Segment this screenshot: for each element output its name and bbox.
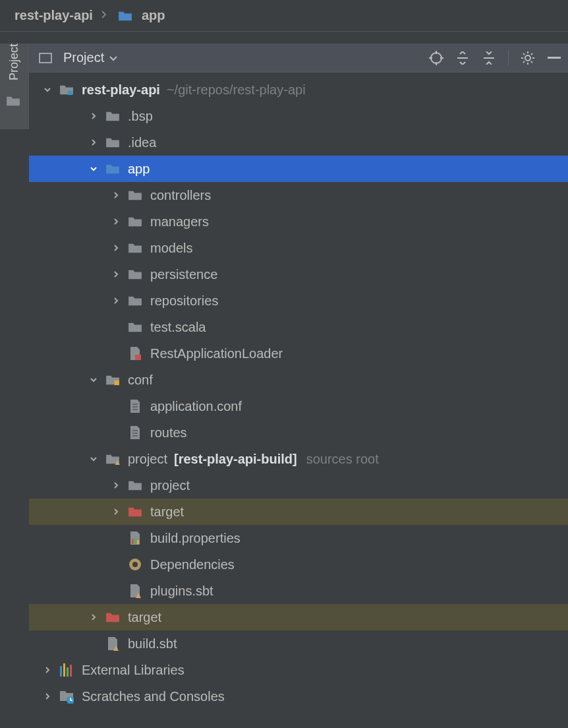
tree-folder-project[interactable]: project [rest-play-api-build] sources ro…	[29, 446, 568, 472]
chevron-right-icon[interactable]	[109, 191, 123, 199]
chevron-down-icon[interactable]	[41, 86, 54, 94]
tree-folder-idea[interactable]: .idea	[29, 129, 568, 156]
tree-file-dependencies[interactable]: · Dependencies	[29, 551, 568, 578]
tree-file-test-scala[interactable]: · test.scala	[29, 314, 568, 340]
tree-folder-app[interactable]: app	[29, 156, 568, 182]
tree-folder-repositories[interactable]: repositories	[29, 288, 568, 314]
svg-rect-18	[135, 355, 141, 360]
tree-item-label: project	[128, 452, 167, 467]
chevron-right-icon[interactable]	[87, 138, 100, 146]
chevron-right-icon[interactable]	[87, 112, 100, 120]
folder-icon[interactable]	[5, 94, 22, 108]
scratches-icon	[58, 689, 75, 704]
tree-folder-project-inner[interactable]: project	[29, 472, 568, 499]
folder-icon	[117, 9, 134, 23]
chevron-right-icon[interactable]	[109, 218, 123, 226]
svg-point-0	[431, 53, 441, 63]
svg-rect-19	[115, 380, 119, 385]
sbt-file-icon	[104, 636, 121, 651]
svg-rect-17	[68, 91, 72, 95]
properties-file-icon	[127, 531, 144, 545]
sbt-folder-icon	[104, 452, 121, 466]
tree-file-rest-loader[interactable]: · RestApplicationLoader	[29, 340, 568, 367]
locate-icon[interactable]	[429, 51, 443, 65]
tree-root-path: ~/git-repos/rest-play-api	[167, 82, 306, 98]
chevron-right-icon[interactable]	[109, 481, 123, 489]
svg-line-15	[531, 53, 532, 55]
folder-icon	[127, 188, 144, 202]
svg-point-31	[132, 562, 138, 567]
object-icon	[127, 557, 144, 572]
tree-item-label: External Libraries	[82, 663, 185, 678]
chevron-right-icon[interactable]	[109, 244, 123, 252]
expand-all-icon[interactable]	[455, 51, 470, 65]
chevron-right-icon[interactable]	[41, 666, 54, 674]
tree-folder-managers[interactable]: managers	[29, 208, 568, 235]
panel-header: Project	[29, 44, 568, 73]
tree-folder-bsp[interactable]: .bsp	[29, 103, 568, 129]
chevron-down-icon[interactable]	[87, 165, 100, 173]
panel-title: Project	[63, 50, 104, 65]
svg-rect-27	[132, 539, 134, 544]
tree-folder-project-target[interactable]: target	[29, 499, 568, 525]
file-icon	[127, 425, 144, 440]
tree-file-build-properties[interactable]: · build.properties	[29, 525, 568, 551]
tree-folder-target[interactable]: target	[29, 604, 568, 630]
folder-icon	[127, 478, 144, 493]
tree-file-plugins-sbt[interactable]: · plugins.sbt	[29, 578, 568, 604]
folder-icon	[104, 109, 121, 123]
tree-item-label: .idea	[128, 135, 156, 150]
tree-item-label: RestApplicationLoader	[150, 346, 283, 361]
tree-folder-conf[interactable]: conf	[29, 367, 568, 393]
chevron-right-icon[interactable]	[109, 270, 123, 278]
tree-item-hint: sources root	[306, 452, 379, 467]
libraries-icon	[58, 663, 75, 677]
chevron-down-icon[interactable]	[87, 376, 100, 384]
tree-file-routes[interactable]: · routes	[29, 419, 568, 446]
tree-item-label: project	[150, 478, 190, 493]
collapse-all-icon[interactable]	[482, 51, 496, 65]
folder-icon	[104, 135, 121, 150]
view-selector[interactable]: Project	[36, 50, 117, 65]
file-icon	[127, 399, 144, 413]
project-tool-tab[interactable]: Project	[7, 44, 21, 88]
tree-file-build-sbt[interactable]: · build.sbt	[29, 630, 568, 657]
minimize-icon[interactable]	[547, 51, 561, 65]
tree-folder-persistence[interactable]: persistence	[29, 261, 568, 288]
tree-item-label: build.properties	[150, 531, 241, 546]
breadcrumb-root[interactable]: rest-play-api	[14, 8, 93, 23]
gear-icon[interactable]	[521, 51, 535, 65]
tree-root[interactable]: rest-play-api ~/git-repos/rest-play-api	[29, 76, 568, 103]
svg-rect-16	[548, 57, 561, 59]
chevron-down-icon[interactable]	[87, 455, 100, 463]
chevron-right-icon[interactable]	[109, 508, 123, 516]
module-folder-icon	[58, 82, 75, 97]
panel-toolbar	[429, 50, 561, 66]
excluded-folder-icon	[127, 504, 144, 519]
tree-item-label: routes	[150, 425, 187, 440]
svg-rect-34	[60, 666, 62, 677]
project-panel: Project	[29, 44, 568, 728]
svg-point-7	[525, 55, 530, 61]
excluded-folder-icon	[104, 610, 121, 624]
tree-item-label: target	[150, 504, 184, 520]
breadcrumb-current[interactable]: app	[115, 8, 165, 23]
chevron-right-icon[interactable]	[109, 297, 123, 305]
tree-folder-controllers[interactable]: controllers	[29, 182, 568, 208]
svg-rect-29	[137, 540, 139, 544]
chevron-down-icon	[109, 53, 117, 63]
tree-scratches[interactable]: Scratches and Consoles	[29, 683, 568, 710]
svg-rect-35	[63, 663, 65, 677]
tree-folder-models[interactable]: models	[29, 235, 568, 261]
tree-item-label: build.sbt	[128, 636, 177, 652]
chevron-right-icon[interactable]	[87, 613, 100, 621]
tree-item-label: Dependencies	[150, 557, 235, 572]
tree-file-application-conf[interactable]: · application.conf	[29, 393, 568, 419]
folder-icon	[127, 320, 144, 334]
svg-line-12	[523, 53, 525, 55]
tree-external-libraries[interactable]: External Libraries	[29, 657, 568, 683]
tree-item-suffix: [rest-play-api-build]	[174, 452, 297, 467]
folder-icon	[127, 267, 144, 282]
chevron-right-icon[interactable]	[41, 692, 54, 700]
tree-item-label: models	[150, 241, 192, 256]
